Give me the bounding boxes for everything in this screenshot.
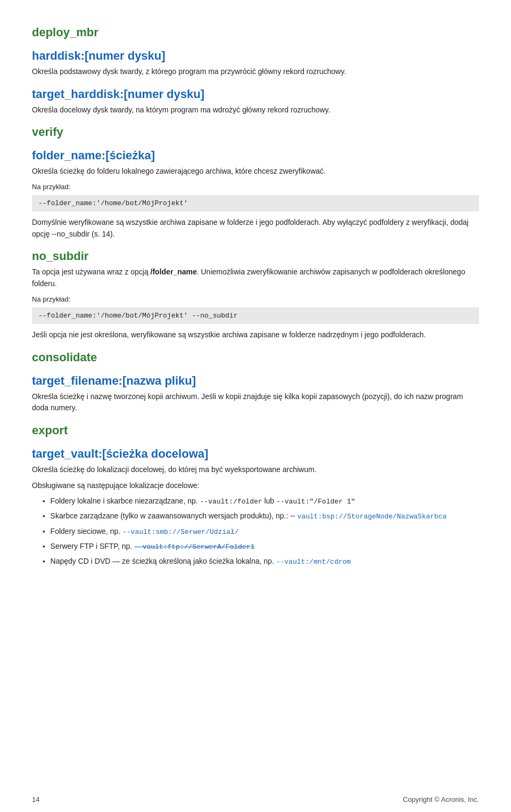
page-number: 14: [32, 795, 39, 803]
section-no-subdir: no_subdir Ta opcja jest używana wraz z o…: [32, 249, 479, 340]
body-target-vault: Określa ścieżkę do lokalizacji docelowej…: [32, 464, 479, 476]
body-no-subdir-note: Jeśli opcja nie jest określona, weryfiko…: [32, 329, 479, 341]
list-item-network-text: Foldery sieciowe, np. --vault:smb://Serw…: [51, 526, 239, 538]
heading-export: export: [32, 424, 479, 437]
heading-no-subdir: no_subdir: [32, 249, 479, 263]
body-folder-name: Określa ścieżkę do folderu lokalnego zaw…: [32, 166, 479, 177]
subheading-harddisk: harddisk:[numer dysku]: [32, 49, 479, 63]
section-deploy-mbr: deploy_mbr harddisk:[numer dysku] Określ…: [32, 26, 479, 116]
body-verify-note: Domyślnie weryfikowane są wszystkie arch…: [32, 217, 479, 240]
code-vault-cdrom: --vault:/mnt/cdrom: [276, 558, 351, 566]
section-verify: verify folder_name:[ścieżka] Określa ści…: [32, 125, 479, 240]
code-block-2: --folder_name:'/home/bot/MójProjekt' --n…: [32, 307, 479, 324]
code-vault-bsp: vault:bsp://StorageNode/NazwaSkarbca: [297, 513, 447, 521]
list-item-local-text: Foldery lokalne i skarbce niezarządzane,…: [51, 496, 356, 507]
list-item-managed-text: Skarbce zarządzane (tylko w zaawansowany…: [51, 510, 447, 522]
code-vault-ftp: --vault:ftp://SerwerA/Folder1: [134, 543, 254, 551]
list-item-ftp: Serwery FTP i SFTP, np. --vault:ftp://Se…: [43, 541, 479, 553]
bold-folder-name: /folder_name: [151, 267, 197, 276]
code-vault-smb: --vault:smb://Serwer/Udział/: [122, 528, 238, 536]
body-harddisk: Określa podstawowy dysk twardy, z któreg…: [32, 66, 479, 78]
heading-deploy-mbr: deploy_mbr: [32, 26, 479, 39]
body-target-filename: Określa ścieżkę i nazwę tworzonej kopii …: [32, 391, 479, 414]
page-footer: 14 Copyright © Acronis, Inc.: [32, 795, 479, 803]
body-target-harddisk: Określa docelowy dysk twardy, na którym …: [32, 104, 479, 116]
heading-verify: verify: [32, 125, 479, 139]
list-item-cd: Napędy CD i DVD — ze ścieżką określoną j…: [43, 556, 479, 567]
code-block-1: --folder_name:'/home/bot/MójProjekt': [32, 195, 479, 212]
label-example-1: Na przykład:: [32, 183, 479, 191]
list-item-ftp-text: Serwery FTP i SFTP, np. --vault:ftp://Se…: [51, 541, 255, 553]
body-supported-locations: Obsługiwane są następujące lokalizacje d…: [32, 480, 479, 492]
subheading-target-filename: target_filename:[nazwa pliku]: [32, 374, 479, 388]
heading-consolidate: consolidate: [32, 351, 479, 364]
subheading-target-vault: target_vault:[ścieżka docelowa]: [32, 447, 479, 461]
list-item-network: Foldery sieciowe, np. --vault:smb://Serw…: [43, 526, 479, 538]
label-example-2: Na przykład:: [32, 295, 479, 303]
page-content: deploy_mbr harddisk:[numer dysku] Określ…: [0, 0, 511, 605]
subheading-folder-name: folder_name:[ścieżka]: [32, 149, 479, 163]
locations-list: Foldery lokalne i skarbce niezarządzane,…: [32, 496, 479, 567]
list-item-managed: Skarbce zarządzane (tylko w zaawansowany…: [43, 510, 479, 522]
list-item-local: Foldery lokalne i skarbce niezarządzane,…: [43, 496, 479, 507]
body-no-subdir: Ta opcja jest używana wraz z opcją /fold…: [32, 266, 479, 289]
code-vault-folder1: --vault:"/Folder 1": [276, 498, 355, 506]
section-export: export target_vault:[ścieżka docelowa] O…: [32, 424, 479, 567]
section-consolidate: consolidate target_filename:[nazwa pliku…: [32, 351, 479, 414]
list-item-cd-text: Napędy CD i DVD — ze ścieżką określoną j…: [51, 556, 351, 567]
copyright: Copyright © Acronis, Inc.: [403, 795, 479, 803]
subheading-target-harddisk: target_harddisk:[numer dysku]: [32, 87, 479, 101]
code-vault-folder: --vault:/folder: [200, 498, 262, 506]
